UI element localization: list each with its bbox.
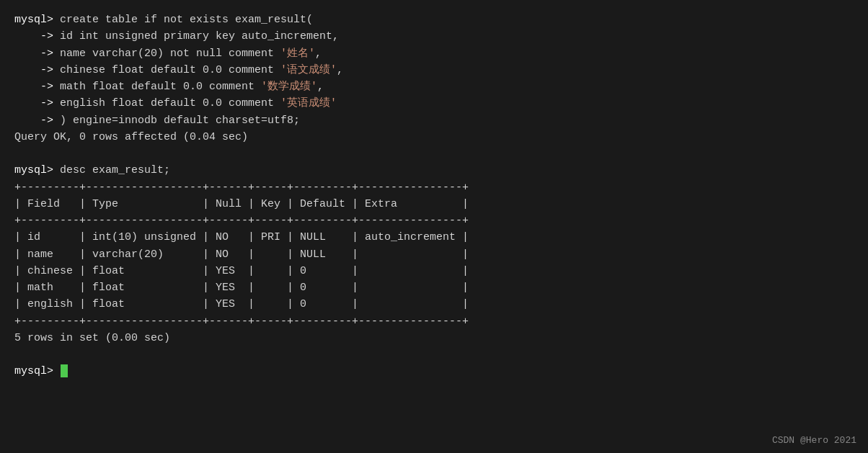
code-5-comment: '数学成绩' — [261, 81, 317, 93]
final-prompt: mysql> — [14, 363, 854, 380]
desc-prompt: mysql> — [14, 164, 60, 176]
desc-code: desc exam_result; — [60, 164, 170, 176]
table-row-id: | id | int(10) unsigned | NO | PRI | NUL… — [14, 229, 854, 246]
table-row-name: | name | varchar(20) | NO | | NULL | | — [14, 246, 854, 263]
line-6: -> english float default 0.0 comment '英语… — [14, 95, 854, 112]
table-border-top: +---------+------------------+------+---… — [14, 179, 854, 196]
code-3-post: , — [315, 48, 322, 60]
prompt-1: mysql> — [14, 14, 60, 26]
code-4-post: , — [337, 64, 343, 76]
terminal: mysql> create table if not exists exam_r… — [14, 12, 854, 441]
code-2: id int unsigned primary key auto_increme… — [60, 30, 339, 42]
code-4-comment: '语文成绩' — [280, 64, 337, 76]
empty-2 — [14, 346, 854, 363]
prompt-7: -> — [14, 115, 60, 127]
code-7: ) engine=innodb default charset=utf8; — [60, 115, 300, 127]
prompt-3: -> — [14, 48, 60, 60]
cursor — [61, 364, 68, 377]
table-row-chinese: | chinese | float | YES | | 0 | | — [14, 263, 854, 279]
table-row-english: | english | float | YES | | 0 | | — [14, 296, 854, 313]
code-1: create table if not exists exam_result( — [60, 14, 313, 26]
code-6-pre: english float default 0.0 comment — [60, 97, 280, 109]
table-row-math: | math | float | YES | | 0 | | — [14, 279, 854, 296]
desc-cmd: mysql> desc exam_result; — [14, 162, 854, 179]
query-ok: Query OK, 0 rows affected (0.04 sec) — [14, 129, 854, 145]
prompt-5: -> — [14, 81, 60, 93]
table-border-bottom: +---------+------------------+------+---… — [14, 313, 854, 330]
line-3: -> name varchar(20) not null comment '姓名… — [14, 45, 854, 62]
table-header: | Field | Type | Null | Key | Default | … — [14, 196, 854, 212]
table-border-mid: +---------+------------------+------+---… — [14, 212, 854, 229]
line-5: -> math float default 0.0 comment '数学成绩'… — [14, 79, 854, 95]
code-6-comment: '英语成绩' — [280, 97, 337, 109]
prompt-6: -> — [14, 97, 60, 109]
final-prompt-text: mysql> — [14, 365, 60, 377]
rows-in-set: 5 rows in set (0.00 sec) — [14, 330, 854, 346]
line-2: -> id int unsigned primary key auto_incr… — [14, 28, 854, 45]
empty-1 — [14, 145, 854, 162]
line-1: mysql> create table if not exists exam_r… — [14, 12, 854, 28]
code-5-post: , — [317, 81, 324, 93]
code-5-pre: math float default 0.0 comment — [60, 81, 261, 93]
line-4: -> chinese float default 0.0 comment '语文… — [14, 62, 854, 79]
watermark: CSDN @Hero 2021 — [772, 435, 856, 446]
code-4-pre: chinese float default 0.0 comment — [60, 64, 280, 76]
code-3-comment: '姓名' — [280, 48, 315, 60]
line-7: -> ) engine=innodb default charset=utf8; — [14, 112, 854, 129]
prompt-4: -> — [14, 64, 60, 76]
code-3-pre: name varchar(20) not null comment — [60, 48, 280, 60]
prompt-2: -> — [14, 30, 60, 42]
